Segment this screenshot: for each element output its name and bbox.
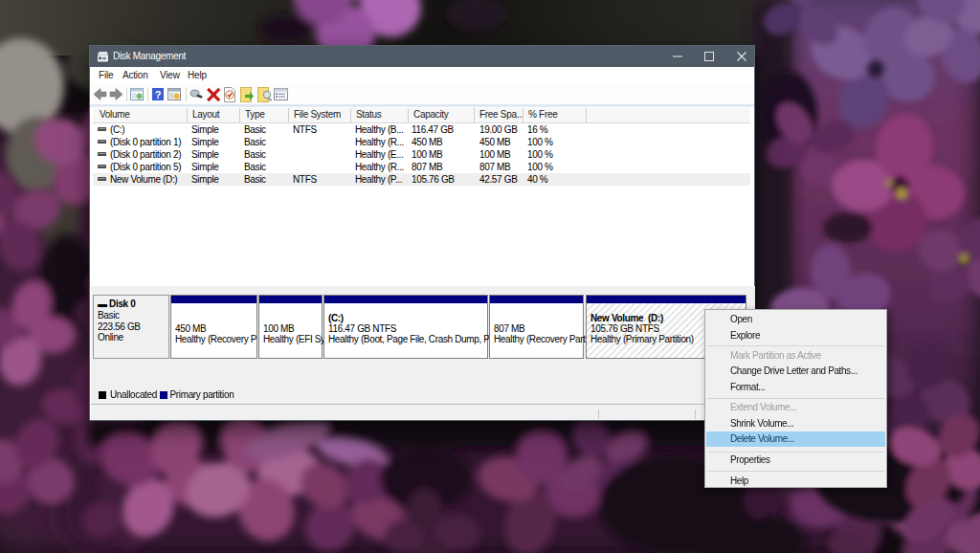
svg-text:?: ? <box>155 89 162 100</box>
